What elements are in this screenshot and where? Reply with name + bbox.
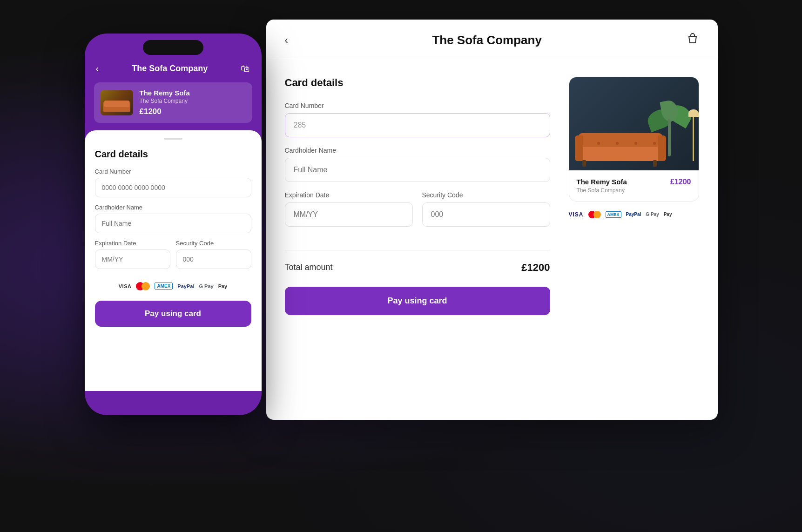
- desktop-product-card: The Remy Sofa The Sofa Company £1200: [569, 77, 699, 202]
- phone-title: The Sofa Company: [132, 64, 208, 74]
- phone-cardholder-label: Cardholder Name: [95, 204, 251, 211]
- applepay-icon: Pay: [218, 283, 228, 289]
- phone-bottom-sheet: Card details Card Number Cardholder Name…: [85, 130, 262, 391]
- phone-bag-icon[interactable]: 🛍: [241, 63, 250, 74]
- paypal-icon: PayPal: [177, 283, 194, 289]
- phone-pay-button[interactable]: Pay using card: [95, 301, 251, 327]
- desktop-visa-icon: VISA: [569, 211, 584, 218]
- desktop-header: ‹ The Sofa Company: [266, 20, 718, 58]
- phone-product-image: [101, 90, 133, 115]
- desktop-mastercard-icon: [588, 211, 601, 218]
- phone-product-company: The Sofa Company: [140, 98, 246, 104]
- desktop-card-number-input[interactable]: [285, 113, 550, 137]
- gpay-icon: G Pay: [199, 283, 213, 289]
- phone-security-label: Security Code: [176, 240, 251, 247]
- desktop-form-title: Card details: [285, 77, 550, 89]
- desktop-card-number-label: Card Number: [285, 102, 550, 109]
- desktop-product-name: The Remy Sofa: [577, 178, 627, 186]
- visa-icon: VISA: [119, 283, 132, 289]
- phone-card-number-label: Card Number: [95, 168, 251, 175]
- desktop-panel: ‹ The Sofa Company Card details Card Num…: [266, 20, 718, 420]
- desktop-back-button[interactable]: ‹: [285, 34, 288, 47]
- phone-form-title: Card details: [95, 149, 251, 160]
- desktop-payment-icons: VISA AMEX PayPal G Pay Pay: [569, 211, 699, 218]
- mastercard-icon: [136, 282, 150, 290]
- phone-back-icon[interactable]: ‹: [96, 63, 99, 74]
- desktop-product-panel: The Remy Sofa The Sofa Company £1200 VIS…: [569, 77, 699, 401]
- desktop-total-amount: £1200: [521, 262, 550, 274]
- desktop-gpay-icon: G Pay: [646, 212, 659, 217]
- amex-icon: AMEX: [155, 283, 173, 290]
- desktop-applepay-icon: Pay: [664, 212, 672, 217]
- phone-product-card: The Remy Sofa The Sofa Company £1200: [94, 82, 252, 123]
- phone-expiry-input[interactable]: [95, 249, 170, 269]
- desktop-security-label: Security Code: [422, 191, 550, 199]
- desktop-pay-button[interactable]: Pay using card: [285, 287, 550, 315]
- desktop-total-label: Total amount: [285, 263, 333, 272]
- desktop-product-image: [569, 77, 699, 170]
- desktop-product-info: The Remy Sofa The Sofa Company £1200: [569, 170, 699, 201]
- phone-product-name: The Remy Sofa: [140, 89, 246, 97]
- phone-notch: [143, 40, 203, 55]
- desktop-security-input[interactable]: [422, 202, 550, 227]
- phone-product-price: £1200: [140, 107, 246, 116]
- desktop-form: Card details Card Number Cardholder Name…: [285, 77, 550, 401]
- desktop-total-row: Total amount £1200: [285, 262, 550, 274]
- phone-expiry-label: Expiration Date: [95, 240, 170, 247]
- phone-cardholder-input[interactable]: [95, 214, 251, 233]
- desktop-divider: [285, 250, 550, 250]
- desktop-cardholder-input[interactable]: [285, 158, 550, 182]
- desktop-product-price: £1200: [670, 178, 691, 186]
- phone-payment-icons: VISA AMEX PayPal G Pay Pay: [95, 282, 251, 290]
- desktop-paypal-icon: PayPal: [626, 212, 641, 217]
- sheet-handle: [164, 138, 182, 140]
- phone-card-number-input[interactable]: [95, 178, 251, 197]
- mobile-phone: ‹ The Sofa Company 🛍 The Remy Sofa The S…: [85, 34, 280, 415]
- desktop-expiry-input[interactable]: [285, 202, 413, 227]
- desktop-bag-icon[interactable]: [686, 33, 699, 48]
- desktop-title: The Sofa Company: [432, 33, 541, 47]
- desktop-amex-icon: AMEX: [606, 211, 621, 218]
- desktop-product-company: The Sofa Company: [577, 187, 627, 194]
- desktop-cardholder-label: Cardholder Name: [285, 147, 550, 154]
- phone-security-input[interactable]: [176, 249, 251, 269]
- desktop-expiry-label: Expiration Date: [285, 191, 413, 199]
